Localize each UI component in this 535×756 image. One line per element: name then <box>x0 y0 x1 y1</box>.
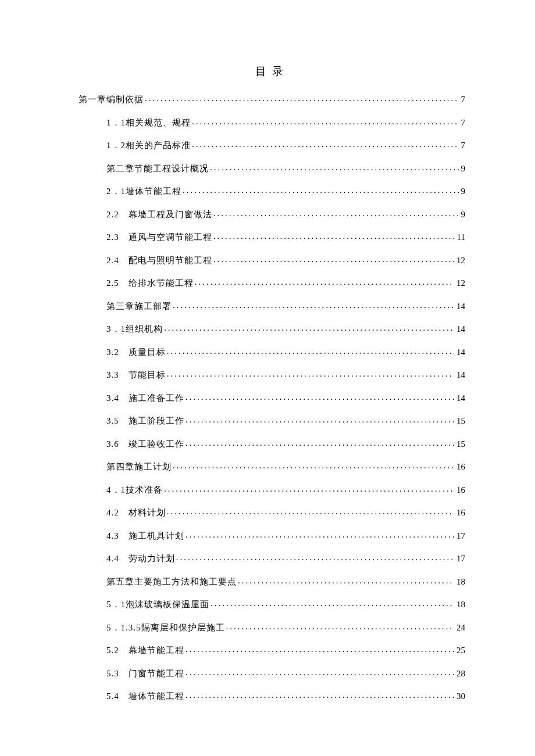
toc-leader-dots <box>172 461 454 470</box>
toc-entry-label: 2．1墙体节能工程 <box>106 186 181 197</box>
toc-entry: 5.4 墙体节能工程30 <box>79 689 465 712</box>
toc-entry: 第三章施工部署14 <box>79 299 465 322</box>
toc-entry-page: 7 <box>459 95 466 105</box>
toc-leader-dots <box>163 484 454 493</box>
document-page: 目录 第一章编制依据71．1相关规范、规程71．2相关的产品标准7第二章节能工程… <box>0 0 535 712</box>
toc-entry-page: 16 <box>454 462 465 472</box>
toc-entry: 3.5 施工阶段工作15 <box>79 413 465 436</box>
toc-entry-label: 第五章主要施工方法和施工要点 <box>106 576 237 587</box>
toc-entry-label: 3.2 质量目标 <box>106 347 166 358</box>
toc-entry-page: 14 <box>454 302 465 311</box>
toc-entry-label: 3.3 节能目标 <box>106 370 166 381</box>
toc-entry-page: 18 <box>454 577 465 587</box>
toc-entry-label: 4.3 施工机具计划 <box>106 531 184 542</box>
toc-entry: 第五章主要施工方法和施工要点18 <box>79 574 465 597</box>
toc-leader-dots <box>212 255 454 263</box>
toc-entry-label: 4．1技术准备 <box>106 485 163 496</box>
toc-leader-dots <box>209 599 454 607</box>
toc-entry-page: 14 <box>454 347 465 357</box>
toc-container: 第一章编制依据71．1相关规范、规程71．2相关的产品标准7第二章节能工程设计概… <box>79 92 465 712</box>
toc-entry: 2．1墙体节能工程9 <box>79 184 465 207</box>
toc-entry-label: 第二章节能工程设计概况 <box>106 163 209 174</box>
toc-entry: 1．1相关规范、规程7 <box>79 115 465 138</box>
toc-leader-dots <box>194 277 454 286</box>
toc-entry: 2.3 通风与空调节能工程11 <box>79 230 465 253</box>
toc-entry: 5.3 门窗节能工程28 <box>79 666 465 689</box>
toc-leader-dots <box>212 231 455 240</box>
toc-entry-page: 15 <box>454 439 465 449</box>
toc-entry-page: 17 <box>454 531 465 541</box>
toc-entry: 3.4 施工准备工作14 <box>79 390 465 414</box>
toc-leader-dots <box>191 139 459 148</box>
toc-leader-dots <box>212 209 459 217</box>
toc-entry-label: 5.4 墙体节能工程 <box>106 691 184 702</box>
toc-entry-page: 16 <box>454 508 465 518</box>
toc-title: 目录 <box>79 64 465 79</box>
toc-entry: 5．1.3.5隔离层和保护层施工24 <box>79 620 465 643</box>
toc-leader-dots <box>184 644 454 653</box>
toc-leader-dots <box>166 346 454 355</box>
toc-entry-label: 3.5 施工阶段工作 <box>106 415 184 427</box>
toc-entry-label: 5.2 幕墙节能工程 <box>106 645 184 656</box>
toc-leader-dots <box>172 300 454 309</box>
toc-leader-dots <box>184 438 454 447</box>
toc-entry-label: 第三章施工部署 <box>106 301 172 312</box>
toc-leader-dots <box>225 622 455 630</box>
toc-leader-dots <box>175 553 454 561</box>
toc-leader-dots <box>184 415 454 424</box>
toc-entry-page: 18 <box>454 600 465 610</box>
toc-entry-label: 3.6 竣工验收工作 <box>106 439 184 450</box>
toc-entry: 4．1技术准备16 <box>79 482 465 506</box>
toc-entry-label: 第一章编制依据 <box>79 94 144 105</box>
toc-leader-dots <box>144 94 459 102</box>
toc-leader-dots <box>181 185 459 194</box>
toc-entry-page: 25 <box>454 646 465 655</box>
toc-entry: 第四章施工计划16 <box>79 459 465 482</box>
toc-entry-label: 1．2相关的产品标准 <box>106 140 191 151</box>
toc-entry-page: 30 <box>454 691 465 701</box>
toc-leader-dots <box>166 369 454 378</box>
toc-entry-page: 9 <box>459 210 466 220</box>
toc-entry-page: 24 <box>454 623 465 633</box>
toc-entry: 3．1组织机构14 <box>79 321 465 345</box>
toc-entry-label: 2.3 通风与空调节能工程 <box>106 232 212 243</box>
toc-leader-dots <box>184 668 454 676</box>
toc-entry-label: 4.4 劳动力计划 <box>106 553 175 564</box>
toc-leader-dots <box>237 576 454 585</box>
toc-entry: 1．2相关的产品标准7 <box>79 138 465 161</box>
toc-entry: 4.2 材料计划16 <box>79 505 465 528</box>
toc-entry-label: 5.3 门窗节能工程 <box>106 668 184 679</box>
toc-entry: 第一章编制依据7 <box>79 92 465 115</box>
toc-entry-label: 2.2 幕墙工程及门窗做法 <box>106 209 212 220</box>
toc-entry: 2.4 配电与照明节能工程12 <box>79 253 465 276</box>
toc-entry: 3.6 竣工验收工作15 <box>79 436 465 460</box>
toc-leader-dots <box>184 530 454 539</box>
toc-entry-label: 3.4 施工准备工作 <box>106 393 184 404</box>
toc-entry-page: 12 <box>454 256 465 266</box>
toc-entry-label: 1．1相关规范、规程 <box>106 117 191 128</box>
toc-entry-page: 17 <box>454 554 465 564</box>
toc-entry-page: 7 <box>459 118 466 128</box>
toc-entry-page: 14 <box>454 324 465 334</box>
toc-leader-dots <box>184 392 454 401</box>
toc-entry-page: 16 <box>454 485 465 495</box>
toc-entry-page: 7 <box>459 141 466 151</box>
toc-leader-dots <box>209 163 459 171</box>
toc-entry: 3.2 质量目标14 <box>79 345 465 368</box>
toc-entry-label: 4.2 材料计划 <box>106 507 166 518</box>
toc-leader-dots <box>166 507 454 515</box>
toc-entry-page: 9 <box>459 164 466 174</box>
toc-entry: 4.4 劳动力计划17 <box>79 551 465 574</box>
toc-entry: 4.3 施工机具计划17 <box>79 528 465 551</box>
toc-entry-page: 12 <box>454 278 465 288</box>
toc-entry-page: 15 <box>454 416 465 426</box>
toc-entry-page: 14 <box>454 393 465 403</box>
toc-entry: 5．1泡沫玻璃板保温屋面18 <box>79 597 465 620</box>
toc-entry-label: 5．1泡沫玻璃板保温屋面 <box>106 599 209 610</box>
toc-entry: 2.2 幕墙工程及门窗做法9 <box>79 207 465 230</box>
toc-entry-label: 2.5 给排水节能工程 <box>106 278 194 289</box>
toc-entry: 2.5 给排水节能工程12 <box>79 275 465 299</box>
toc-leader-dots <box>163 323 454 332</box>
toc-leader-dots <box>191 117 459 126</box>
toc-entry-page: 14 <box>454 370 465 380</box>
